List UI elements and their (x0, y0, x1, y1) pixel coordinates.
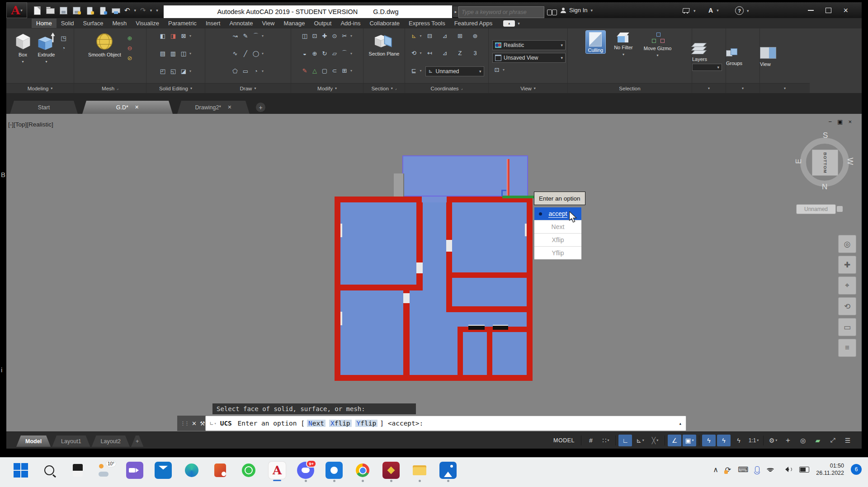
move-gizmo-button[interactable]: Move Gizmo ▾ (642, 31, 674, 58)
ucs-object-icon[interactable]: ⊞ (456, 32, 465, 40)
ucs-named-caret[interactable]: ▾ (420, 69, 424, 73)
plot-mobile-button[interactable] (85, 6, 94, 14)
command-wrench-icon[interactable]: ⚒ (200, 420, 205, 427)
view-name-dropdown[interactable]: Unsaved View ▾ (492, 53, 566, 63)
viewport-config-caret[interactable]: ▾ (503, 68, 506, 72)
help-search-box[interactable] (458, 6, 544, 18)
thicken-icon[interactable]: ▥ (169, 49, 178, 58)
section-plane-button[interactable]: Section Plane (367, 31, 402, 57)
tab-add-ins[interactable]: Add-ins (336, 19, 365, 28)
annotation-scale-icon[interactable]: ϟ (732, 435, 745, 446)
model-tab[interactable]: Model (16, 435, 51, 447)
rotate-icon[interactable]: ↻ (320, 49, 329, 58)
weather-widget[interactable]: 10° (96, 462, 116, 483)
battery-icon[interactable] (799, 467, 809, 473)
save-as-button[interactable] (72, 6, 81, 14)
app-store-cart-icon[interactable] (682, 8, 690, 14)
tab-collaborate[interactable]: Collaborate (365, 19, 404, 28)
polyline-icon[interactable]: ↝ (231, 32, 240, 40)
panel-launcher-icon[interactable]: ⌟ (117, 86, 118, 90)
undo-button[interactable]: ↶ (124, 6, 130, 14)
mesh-remove-crease-icon[interactable]: ⊖ (125, 44, 134, 52)
slice-icon[interactable]: ▤ (158, 49, 167, 58)
pan-button[interactable]: ✚ (838, 256, 856, 274)
mesh-refine-icon[interactable]: ⊕ (125, 34, 134, 42)
modify-panel-caption[interactable]: Modify▾ (291, 83, 363, 93)
ucs-name-dropdown[interactable]: ⊾ Unnamed ▾ (425, 66, 484, 76)
isodraft-icon[interactable]: ╳▾ (648, 435, 662, 446)
notification-count-badge[interactable]: 6 (851, 464, 862, 475)
isolate-objects-icon[interactable]: ◎ (796, 435, 810, 446)
print-button[interactable] (111, 6, 120, 14)
shell-icon[interactable]: ◰ (158, 67, 167, 75)
app-icon-office[interactable] (210, 462, 230, 483)
annotation-monitor-icon[interactable]: + (781, 435, 795, 446)
search-expand-icon[interactable]: ▸ (453, 6, 458, 17)
tab-output[interactable]: Output (309, 19, 336, 28)
polar-tracking-icon[interactable]: ⊾▾ (633, 435, 647, 446)
visual-style-dropdown[interactable]: Realistic ▾ (492, 40, 566, 50)
drawing-canvas[interactable]: [-][Top][Realistic] − ▣ × (6, 114, 862, 431)
ucs-rotate-caret[interactable]: ▾ (420, 51, 424, 55)
viewcube-south[interactable]: S (823, 131, 828, 140)
app-icon-chrome[interactable] (353, 462, 373, 483)
cart-caret[interactable]: ▾ (693, 9, 696, 13)
explode-icon[interactable]: ◒ (300, 49, 309, 58)
viewport-controls-label[interactable]: [-][Top][Realistic] (8, 121, 53, 128)
annotation-scale-value[interactable]: 1:1▾ (747, 435, 760, 446)
ucs-rotate-icon[interactable]: ⟲ (410, 49, 419, 57)
menu-item-yflip[interactable]: Yflip (534, 247, 581, 259)
move-gizmo-caret[interactable]: ▾ (657, 53, 659, 59)
layout1-tab[interactable]: Layout1 (52, 435, 90, 447)
file-tab-gd[interactable]: G.D* ✕ (82, 101, 173, 114)
task-view-button[interactable] (68, 462, 88, 483)
fillet-solid-icon[interactable]: ◪ (179, 67, 188, 75)
tab-solid[interactable]: Solid (57, 19, 79, 28)
spline-icon[interactable]: ∿ (231, 49, 240, 58)
viewport-config-icon[interactable]: ⊡ (492, 66, 501, 74)
layers-panel-caption[interactable]: ▾ (692, 83, 726, 93)
groups-panel-caption[interactable]: ▾ (726, 83, 760, 93)
wifi-icon[interactable] (766, 466, 774, 473)
app-icon-whatsapp[interactable] (239, 462, 259, 483)
app-icon-edge[interactable] (182, 462, 202, 483)
mirror-3d-icon[interactable]: ◫ (300, 32, 309, 40)
app-icon-autocad[interactable]: A (267, 462, 287, 483)
app-icon-red[interactable] (381, 462, 401, 483)
customization-menu-icon[interactable]: ☰ (841, 435, 854, 446)
help-caret[interactable]: ▾ (747, 9, 749, 13)
command-palette-grip[interactable]: ⋮⋮ ✕ ⚒ (177, 416, 208, 431)
file-tab-drawing2[interactable]: Drawing2* ✕ (177, 101, 250, 114)
a360-share-icon[interactable]: A (708, 7, 713, 14)
object-snap-tracking-icon[interactable]: ∠ (668, 435, 681, 446)
viewport-restore-icon[interactable]: ▣ (837, 118, 843, 125)
box-caret[interactable]: ▾ (22, 59, 24, 65)
clean-screen-icon[interactable]: ⤢ (826, 435, 840, 446)
viewcube-east[interactable]: E (794, 159, 803, 164)
mesh-panel-caption[interactable]: Mesh⌟ (74, 83, 146, 93)
command-option-next[interactable]: Next (307, 420, 326, 427)
ucs-caret[interactable]: ▾ (420, 34, 424, 38)
array-icon[interactable]: ⊞ (340, 66, 349, 75)
union-icon[interactable]: ◧ (158, 32, 167, 40)
ucs-3point-icon[interactable]: 3 (471, 49, 480, 57)
taskbar-search-button[interactable] (39, 462, 59, 483)
3d-move-icon[interactable]: ⊕ (310, 49, 319, 58)
search-input[interactable] (459, 7, 544, 18)
ucs-face-icon[interactable]: ⊿ (440, 32, 449, 40)
ribbon-minimize-caret[interactable]: ▾ (518, 21, 520, 26)
view-tool-icon[interactable] (760, 47, 776, 59)
separate-icon[interactable]: ◱ (169, 67, 178, 75)
spline-cv-icon[interactable]: ✎ (241, 32, 250, 40)
scale-icon[interactable]: ▱ (330, 49, 339, 58)
grid-display-icon[interactable]: # (584, 435, 598, 446)
qat-customize-caret[interactable]: ▾ (156, 8, 158, 13)
sign-in-caret[interactable]: ▾ (590, 8, 593, 13)
menu-item-xflip[interactable]: Xflip (534, 234, 581, 247)
presspull-icon[interactable]: ◳ (59, 34, 68, 42)
ucs-world-icon[interactable]: ⊚ (471, 32, 480, 40)
modeling-panel-caption[interactable]: Modeling▾ (6, 83, 74, 93)
publish-button[interactable] (98, 6, 107, 14)
graphics-performance-icon[interactable]: ▰ (811, 435, 825, 446)
command-input-bar[interactable]: ∟ ▾ UCS Enter an option [ Next Xflip Yfl… (205, 416, 686, 431)
